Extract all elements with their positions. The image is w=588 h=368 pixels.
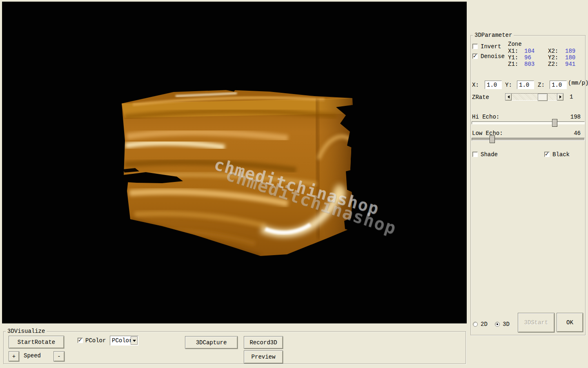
scale-x-input[interactable] bbox=[485, 81, 502, 89]
zone-y2-value: 180 bbox=[565, 54, 575, 61]
hi-echo-label: Hi Echo: bbox=[472, 114, 499, 120]
zrate-scrollbar[interactable] bbox=[505, 93, 564, 101]
preview-button[interactable]: Preview bbox=[244, 350, 283, 364]
scale-y-input[interactable] bbox=[517, 81, 534, 89]
scale-unit-label: (mm/p) bbox=[568, 80, 588, 86]
check-icon: ✓ bbox=[78, 337, 82, 343]
right-arrow-icon bbox=[559, 95, 561, 99]
radio-dot-icon bbox=[497, 323, 498, 325]
zrate-thumb[interactable] bbox=[538, 94, 548, 101]
zone-z2-label: Z2: bbox=[548, 61, 558, 67]
left-arrow-icon bbox=[508, 95, 510, 99]
invert-checkbox[interactable] bbox=[472, 44, 478, 49]
scale-z-input[interactable] bbox=[550, 81, 567, 89]
zone-z2-value: 941 bbox=[565, 61, 575, 67]
speed-plus-button[interactable]: + bbox=[9, 351, 19, 361]
hi-echo-thumb[interactable] bbox=[552, 119, 557, 127]
zone-x2-label: X2: bbox=[548, 48, 558, 54]
start-rotate-button[interactable]: StartRotate bbox=[9, 336, 64, 348]
zone-y1-label: Y1: bbox=[508, 54, 518, 61]
mode-3d-radio[interactable] bbox=[495, 322, 500, 327]
pcolor-dropdown[interactable]: PColor bbox=[110, 336, 138, 346]
hi-echo-track[interactable] bbox=[472, 121, 585, 124]
pcolor-dropdown-value: PColor bbox=[112, 337, 132, 344]
zone-x1-label: X1: bbox=[508, 48, 518, 54]
chevron-down-icon bbox=[133, 340, 136, 342]
mode-2d-label: 2D bbox=[481, 321, 488, 328]
zone-x2-value: 189 bbox=[565, 48, 575, 54]
zrate-right-arrow-button[interactable] bbox=[557, 93, 564, 101]
capture-3d-button[interactable]: 3DCapture bbox=[185, 336, 238, 349]
mode-3d-label: 3D bbox=[503, 321, 510, 328]
zone-z1-value: 803 bbox=[524, 61, 535, 67]
start-3d-button[interactable]: 3DStart bbox=[518, 313, 555, 332]
denoise-label: Denoise bbox=[481, 53, 505, 60]
speed-minus-button[interactable]: - bbox=[53, 351, 65, 361]
record-3d-button[interactable]: Record3D bbox=[244, 336, 283, 349]
zrate-value: 1 bbox=[570, 94, 573, 100]
zone-y1-value: 96 bbox=[524, 54, 531, 61]
zrate-track[interactable] bbox=[512, 93, 557, 101]
zone-z1-label: Z1: bbox=[508, 61, 518, 67]
render-viewport[interactable]: chmeditchinashop chmeditchinashop bbox=[2, 2, 467, 323]
speed-label: Speed bbox=[24, 352, 41, 359]
shade-checkbox[interactable] bbox=[472, 152, 478, 157]
zone-y2-label: Y2: bbox=[548, 54, 558, 61]
low-echo-value: 46 bbox=[566, 130, 581, 137]
scale-x-label: X: bbox=[472, 82, 479, 88]
black-label: Black bbox=[552, 151, 570, 158]
mode-2d-radio[interactable] bbox=[473, 322, 478, 327]
pcolor-label: PColor bbox=[85, 337, 106, 344]
hi-echo-value: 198 bbox=[566, 114, 581, 120]
scale-y-label: Y: bbox=[505, 82, 512, 88]
check-icon: ✓ bbox=[545, 151, 549, 157]
scale-z-label: Z: bbox=[538, 82, 545, 88]
ok-button[interactable]: OK bbox=[557, 313, 583, 332]
shade-label: Shade bbox=[481, 151, 498, 158]
black-checkbox[interactable]: ✓ bbox=[544, 152, 550, 157]
zrate-label: ZRate bbox=[472, 94, 489, 101]
parameter-group-title: 3DParameter bbox=[473, 32, 514, 38]
zrate-left-arrow-button[interactable] bbox=[505, 93, 512, 101]
zone-x1-value: 104 bbox=[524, 48, 535, 54]
pcolor-checkbox[interactable]: ✓ bbox=[78, 338, 83, 343]
volume-render bbox=[2, 2, 467, 323]
zone-title: Zone bbox=[508, 41, 522, 47]
invert-label: Invert bbox=[481, 43, 501, 50]
low-echo-label: Low Echo: bbox=[472, 130, 503, 137]
denoise-checkbox[interactable]: ✓ bbox=[472, 54, 478, 59]
pcolor-dropdown-button[interactable] bbox=[131, 337, 138, 345]
visualize-group-title: 3DVisualize bbox=[6, 328, 47, 334]
low-echo-track[interactable] bbox=[472, 138, 585, 141]
low-echo-thumb[interactable] bbox=[490, 135, 495, 143]
check-icon: ✓ bbox=[473, 53, 477, 59]
